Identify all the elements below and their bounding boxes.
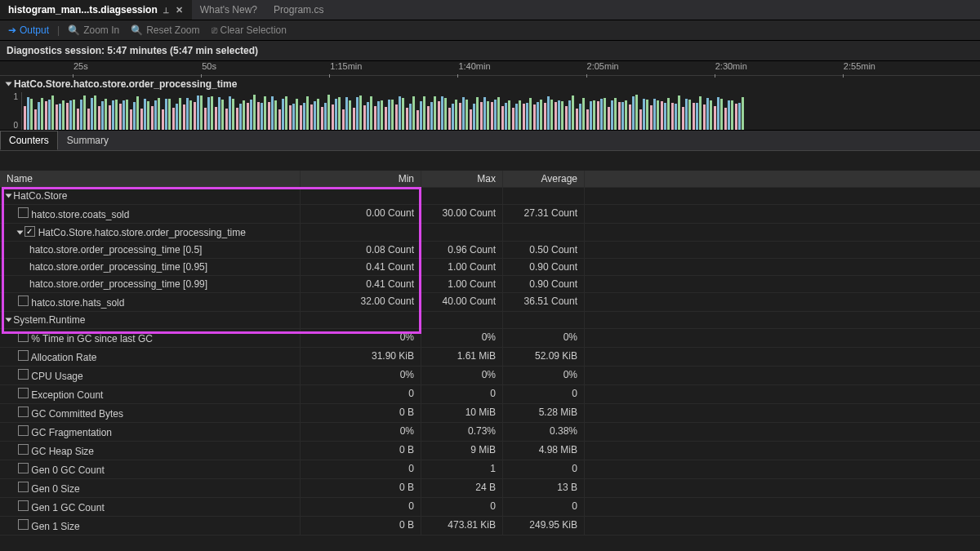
cell-avg: 0.50 Count: [503, 242, 585, 258]
cell-min: 0: [301, 460, 421, 478]
table-row[interactable]: Allocation Rate31.90 KiB1.61 MiB52.09 Ki…: [0, 348, 980, 367]
row-name: Gen 0 GC Count: [29, 464, 105, 476]
table-row[interactable]: System.Runtime: [0, 312, 980, 329]
arrow-right-icon: ➔: [8, 24, 16, 36]
tab-diagsession[interactable]: histogram_man...ts.diagsession ⟂ ✕: [0, 0, 192, 20]
row-name: GC Fragmentation: [29, 427, 112, 438]
toolbar: ➔ Output | 🔍 Zoom In 🔍 Reset Zoom ⎚ Clea…: [0, 20, 980, 41]
checkbox[interactable]: [18, 425, 29, 436]
checkbox[interactable]: [18, 369, 29, 380]
tab-whatsnew[interactable]: What's New?: [192, 0, 265, 20]
cell-max: [421, 312, 503, 328]
checkbox[interactable]: [18, 407, 29, 417]
cell-max: 10 MiB: [421, 404, 503, 422]
table-row[interactable]: GC Heap Size0 B9 MiB4.98 MiB: [0, 442, 980, 460]
cell-max: 1.00 Count: [421, 259, 503, 275]
output-button[interactable]: ➔ Output: [5, 23, 52, 38]
cell-avg: 0%: [503, 367, 585, 384]
cell-min: 0.41 Count: [301, 259, 421, 275]
cell-avg: [503, 188, 585, 204]
expand-icon[interactable]: [6, 318, 12, 322]
time-tick: 1:40min: [458, 61, 490, 71]
expand-icon[interactable]: [6, 194, 12, 198]
metric-label[interactable]: HatCo.Store.hatco.store.order_processing…: [0, 76, 980, 92]
cell-avg: 0: [503, 498, 585, 516]
table-row[interactable]: CPU Usage0%0%0%: [0, 367, 980, 385]
checkbox[interactable]: [18, 331, 29, 342]
timeline[interactable]: 25s50s1:15min1:40min2:05min2:30min2:55mi…: [0, 61, 980, 131]
col-avg[interactable]: Average: [503, 171, 585, 187]
checkbox[interactable]: [18, 519, 29, 530]
cell-max: 1.61 MiB: [421, 348, 503, 366]
tab-label: histogram_man...ts.diagsession: [8, 4, 158, 16]
expand-icon[interactable]: [17, 231, 24, 235]
row-name: CPU Usage: [29, 371, 83, 382]
table-row[interactable]: hatco.store.order_processing_time [0.95]…: [0, 259, 980, 276]
tab-counters[interactable]: Counters: [0, 131, 58, 150]
cell-avg: [503, 224, 585, 241]
cell-avg: 0.90 Count: [503, 276, 585, 292]
cell-max: 0%: [421, 367, 503, 384]
time-tick: 1:15min: [330, 61, 362, 71]
cell-max: [421, 224, 503, 241]
cell-avg: 27.31 Count: [503, 205, 585, 223]
row-name: Gen 1 GC Count: [29, 502, 105, 513]
table-row[interactable]: GC Committed Bytes0 B10 MiB5.28 MiB: [0, 404, 980, 423]
row-name: HatCo.Store.hatco.store.order_processing…: [35, 227, 245, 238]
checkbox[interactable]: [18, 388, 29, 398]
time-tick: 50s: [202, 61, 216, 71]
cell-avg: 52.09 KiB: [503, 348, 585, 366]
cell-min: 0 B: [301, 517, 421, 535]
tab-program[interactable]: Program.cs: [265, 0, 332, 20]
col-name[interactable]: Name: [0, 171, 301, 187]
table-row[interactable]: Gen 0 GC Count010: [0, 460, 980, 479]
checkbox[interactable]: [18, 444, 29, 455]
table-row[interactable]: hatco.store.coats_sold0.00 Count30.00 Co…: [0, 205, 980, 224]
time-tick: 2:30min: [715, 61, 747, 71]
col-min[interactable]: Min: [301, 171, 421, 187]
table-row[interactable]: % Time in GC since last GC0%0%0%: [0, 329, 980, 348]
cell-avg: 0: [503, 460, 585, 478]
table-row[interactable]: Gen 0 Size0 B24 B13 B: [0, 479, 980, 498]
magnify-plus-icon: 🔍: [68, 24, 80, 36]
row-name: GC Committed Bytes: [29, 408, 123, 420]
table-row[interactable]: hatco.store.hats_sold32.00 Count40.00 Co…: [0, 293, 980, 312]
close-icon[interactable]: ✕: [176, 6, 184, 14]
pin-icon[interactable]: ⟂: [163, 6, 171, 14]
cell-min: 31.90 KiB: [301, 348, 421, 366]
checkbox[interactable]: [24, 226, 35, 237]
table-row[interactable]: Exception Count000: [0, 385, 980, 404]
row-name: hatco.store.coats_sold: [29, 209, 129, 220]
reset-zoom-button[interactable]: 🔍 Reset Zoom: [127, 23, 203, 38]
row-name: System.Runtime: [11, 314, 85, 326]
row-name: hatco.store.order_processing_time [0.5]: [29, 244, 202, 256]
clear-selection-button[interactable]: ⎚ Clear Selection: [208, 23, 290, 38]
expand-icon[interactable]: [6, 82, 12, 87]
checkbox[interactable]: [18, 482, 29, 492]
zoom-in-button[interactable]: 🔍 Zoom In: [65, 23, 122, 38]
table-row[interactable]: Gen 1 GC Count000: [0, 498, 980, 517]
table-row[interactable]: hatco.store.order_processing_time [0.99]…: [0, 276, 980, 293]
cell-max: 1.00 Count: [421, 276, 503, 292]
col-max[interactable]: Max: [421, 171, 503, 187]
tab-summary[interactable]: Summary: [58, 131, 118, 150]
checkbox[interactable]: [18, 500, 29, 511]
table-row[interactable]: GC Fragmentation0%0.73%0.38%: [0, 423, 980, 442]
table-row[interactable]: hatco.store.order_processing_time [0.5]0…: [0, 242, 980, 259]
checkbox[interactable]: [18, 207, 29, 218]
table-row[interactable]: Gen 1 Size0 B473.81 KiB249.95 KiB: [0, 517, 980, 535]
table-row[interactable]: HatCo.Store.hatco.store.order_processing…: [0, 224, 980, 242]
checkbox[interactable]: [18, 463, 29, 473]
checkbox[interactable]: [18, 350, 29, 361]
checkbox[interactable]: [18, 295, 29, 306]
row-name: Allocation Rate: [29, 352, 96, 363]
cell-min: 0: [301, 498, 421, 516]
cell-max: 0: [421, 385, 503, 403]
cell-min: [301, 224, 421, 241]
cell-min: 0.41 Count: [301, 276, 421, 292]
table-row[interactable]: HatCo.Store: [0, 188, 980, 205]
cell-max: 0: [421, 498, 503, 516]
cell-min: 0.00 Count: [301, 205, 421, 223]
magnify-reset-icon: 🔍: [131, 24, 143, 36]
cell-max: [421, 188, 503, 204]
